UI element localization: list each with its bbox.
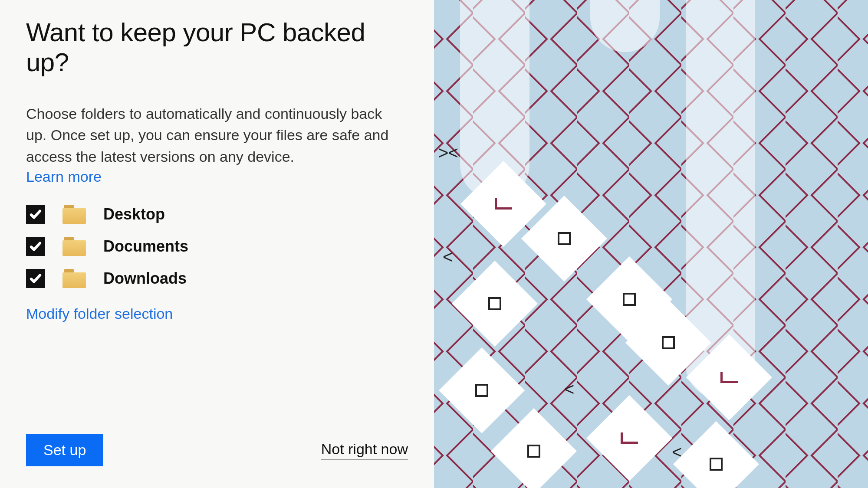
checkbox-downloads[interactable] <box>26 269 45 288</box>
folder-label: Documents <box>103 237 188 255</box>
folder-label: Downloads <box>103 269 187 288</box>
check-icon <box>29 208 42 221</box>
checkmark-icon <box>495 198 512 210</box>
folder-icon <box>62 205 86 224</box>
folder-row-documents: Documents <box>26 237 408 256</box>
arrow-shape: < <box>564 380 572 399</box>
page-title: Want to keep your PC backed up? <box>26 17 408 77</box>
arrow-shape: > < <box>438 143 456 163</box>
folder-icon <box>62 269 86 288</box>
folder-list: Desktop Documents Downloads <box>26 205 408 288</box>
square-icon <box>710 458 723 471</box>
modify-folder-selection-link[interactable]: Modify folder selection <box>26 305 408 322</box>
check-icon <box>29 240 42 253</box>
square-icon <box>558 232 571 245</box>
setup-button[interactable]: Set up <box>26 434 103 466</box>
description-block: Choose folders to automatically and cont… <box>26 103 408 205</box>
decorative-illustration: > < < < < < < < < <box>434 0 868 488</box>
checkbox-documents[interactable] <box>26 237 45 256</box>
square-icon <box>475 384 488 397</box>
square-icon <box>623 293 636 306</box>
learn-more-link[interactable]: Learn more <box>26 168 102 185</box>
folder-icon <box>62 237 86 256</box>
square-icon <box>527 445 540 458</box>
square-icon <box>488 297 501 310</box>
checkbox-desktop[interactable] <box>26 205 45 224</box>
folder-row-downloads: Downloads <box>26 269 408 288</box>
checkmark-icon <box>720 372 738 383</box>
description-text: Choose folders to automatically and cont… <box>26 103 391 167</box>
folder-row-desktop: Desktop <box>26 205 408 224</box>
arrow-shape: < <box>443 247 450 267</box>
folder-label: Desktop <box>103 205 165 223</box>
checkmark-icon <box>621 432 638 444</box>
not-right-now-link[interactable]: Not right now <box>321 441 408 460</box>
backup-prompt-pane: Want to keep your PC backed up? Choose f… <box>0 0 434 488</box>
button-row: Set up Not right now <box>26 434 408 466</box>
square-icon <box>662 336 675 349</box>
check-icon <box>29 272 42 285</box>
